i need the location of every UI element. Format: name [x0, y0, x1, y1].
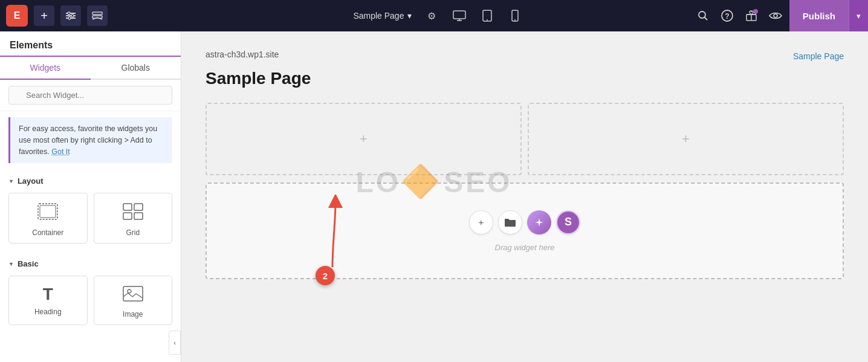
search-box: 🔍	[0, 80, 181, 111]
container-icon	[37, 203, 58, 224]
tip-text: For easy access, favorite the widgets yo…	[19, 124, 157, 156]
topbar-right-icons: ?	[695, 8, 789, 24]
drop-zone-full[interactable]: + S Drag widget here	[206, 183, 844, 279]
toolbar-s-btn[interactable]: S	[556, 210, 580, 234]
svg-rect-28	[134, 213, 143, 219]
help-icon[interactable]: ?	[719, 8, 735, 24]
widget-image[interactable]: Image	[94, 276, 173, 325]
svg-rect-23	[38, 204, 57, 219]
add-element-button[interactable]: +	[34, 5, 54, 26]
image-label: Image	[123, 310, 143, 318]
heading-label: Heading	[34, 308, 62, 316]
image-icon	[123, 286, 143, 305]
svg-line-16	[704, 18, 707, 21]
breadcrumb[interactable]: Sample Page	[793, 51, 844, 61]
svg-rect-24	[40, 205, 56, 218]
main-content: astra-ch3d.wp1.site Sample Page Sample P…	[181, 31, 868, 362]
filter-icon-btn[interactable]	[60, 5, 81, 26]
canvas-area: + + +	[206, 103, 844, 279]
desktop-view-icon[interactable]	[452, 8, 467, 24]
got-it-link[interactable]: Got It	[51, 147, 70, 156]
elementor-logo[interactable]: E	[6, 5, 28, 27]
widget-grid[interactable]: Grid	[94, 193, 173, 244]
main-layout: Elements Widgets Globals 🔍 For easy acce…	[0, 31, 868, 362]
svg-point-14	[514, 19, 516, 21]
top-row: + +	[206, 103, 844, 175]
page-heading: Sample Page	[206, 69, 844, 88]
container-label: Container	[32, 228, 63, 237]
topbar-center: Sample Page ▾ ⚙	[181, 8, 695, 24]
widget-container[interactable]: Container	[8, 193, 88, 244]
tab-globals[interactable]: Globals	[91, 57, 181, 79]
drag-label: Drag widget here	[495, 243, 555, 252]
drop-zone-right[interactable]: +	[528, 103, 844, 175]
widget-toolbar: + S	[469, 210, 580, 234]
gift-icon[interactable]	[743, 8, 759, 24]
page-title-chevron: ▾	[407, 11, 412, 21]
tablet-view-icon[interactable]	[479, 8, 495, 24]
svg-rect-6	[92, 12, 102, 15]
annotation-2: 2	[316, 266, 335, 285]
grid-icon	[123, 203, 143, 224]
toolbar-folder-btn[interactable]	[498, 210, 522, 234]
mobile-view-icon[interactable]	[507, 8, 523, 24]
search-widget-input[interactable]	[8, 86, 172, 105]
page-title-dropdown[interactable]: Sample Page ▾	[353, 11, 412, 21]
drop-zone-left-plus: +	[360, 131, 368, 147]
settings-icon[interactable]: ⚙	[424, 8, 439, 24]
svg-point-4	[71, 15, 74, 17]
basic-section-title: Basic	[0, 252, 181, 272]
heading-icon: T	[43, 286, 53, 303]
basic-widgets-grid: T Heading Image	[0, 272, 181, 334]
site-url: astra-ch3d.wp1.site	[206, 50, 279, 59]
svg-rect-29	[123, 286, 143, 301]
svg-point-15	[699, 11, 705, 18]
svg-point-5	[68, 17, 71, 19]
page-meta-bar: astra-ch3d.wp1.site Sample Page	[206, 50, 844, 63]
grid-label: Grid	[126, 228, 140, 237]
sidebar-header: Elements	[0, 31, 181, 57]
svg-rect-25	[123, 204, 132, 210]
svg-point-30	[128, 289, 131, 293]
svg-point-22	[774, 14, 777, 18]
toolbar-add-btn[interactable]: +	[469, 210, 493, 234]
layout-section-title: Layout	[0, 169, 181, 189]
tab-widgets[interactable]: Widgets	[0, 57, 91, 80]
tip-box: For easy access, favorite the widgets yo…	[8, 117, 172, 163]
preview-eye-icon[interactable]	[768, 8, 783, 24]
svg-point-12	[487, 19, 488, 21]
svg-text:?: ?	[725, 12, 729, 21]
page-title-text: Sample Page	[353, 11, 404, 21]
svg-rect-26	[134, 204, 143, 210]
sidebar-bottom: ‹	[0, 334, 181, 352]
toolbar-sparkle-btn[interactable]	[527, 210, 551, 234]
sidebar-tabs: Widgets Globals	[0, 57, 181, 80]
publish-chevron-button[interactable]: ▾	[849, 0, 868, 31]
drop-zone-left[interactable]: +	[206, 103, 522, 175]
layout-widgets-grid: Container Grid	[0, 189, 181, 252]
search-icon[interactable]	[695, 8, 711, 24]
svg-rect-8	[453, 11, 465, 19]
drop-zone-right-plus: +	[682, 131, 690, 147]
topbar: E + Sample Page ▾ ⚙	[0, 0, 868, 31]
svg-rect-27	[123, 213, 132, 219]
sidebar-collapse-button[interactable]: ‹	[169, 331, 181, 355]
layers-icon-btn[interactable]	[87, 5, 108, 26]
sidebar: Elements Widgets Globals 🔍 For easy acce…	[0, 31, 181, 362]
topbar-left: E +	[0, 5, 181, 27]
notification-dot	[753, 9, 758, 14]
search-wrapper: 🔍	[8, 86, 172, 105]
widget-heading[interactable]: T Heading	[8, 276, 88, 325]
svg-point-3	[68, 12, 70, 15]
publish-button[interactable]: Publish	[789, 0, 849, 31]
